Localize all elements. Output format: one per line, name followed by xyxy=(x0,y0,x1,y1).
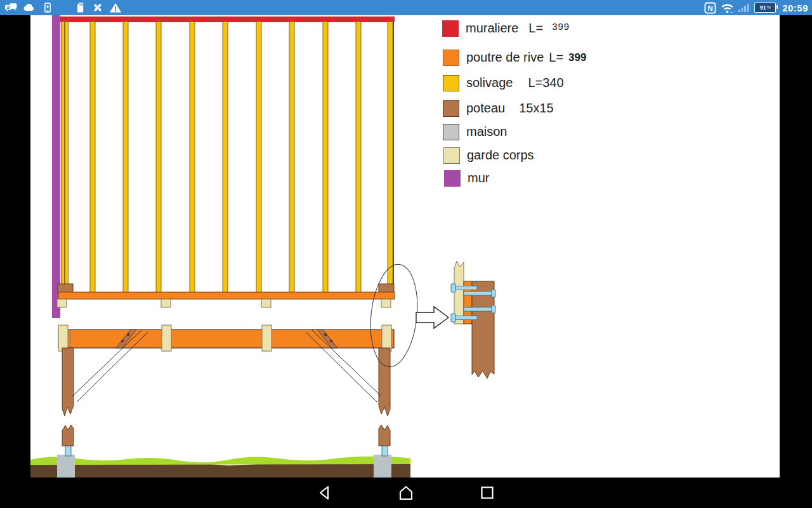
android-nav-bar xyxy=(0,478,812,508)
muraliere-swatch xyxy=(442,20,459,37)
legend-row-garde-corps: garde corps xyxy=(443,147,534,164)
legend-label: maison xyxy=(466,124,507,139)
bolted-connection-detail xyxy=(451,261,495,378)
legend-value: 399 xyxy=(552,21,570,32)
garde-corps-swatch xyxy=(443,147,460,164)
fan-icon xyxy=(91,2,104,13)
legend-label: poteau xyxy=(466,101,505,116)
mur-wall-strip xyxy=(52,15,60,318)
legend-dim: L=340 xyxy=(528,76,563,90)
wifi-icon xyxy=(721,2,734,14)
ground-and-footings xyxy=(30,425,410,478)
legend-label: muraliere xyxy=(466,21,518,36)
legend-dim: 15x15 xyxy=(519,101,554,116)
cloud-icon xyxy=(23,2,36,13)
solivage-joists xyxy=(62,22,394,293)
nfc-icon: N xyxy=(704,2,716,14)
battery-percent-symbol: % xyxy=(767,6,771,10)
poteau-swatch xyxy=(443,100,459,117)
battery-icon: 91 % xyxy=(754,3,776,13)
legend-label: mur xyxy=(468,171,489,185)
maison-swatch xyxy=(443,124,459,140)
clock: 20:59 xyxy=(782,3,808,13)
legend-row-poutre-de-rive: poutre de rive L= 399 xyxy=(443,49,586,66)
legend-dim: L= xyxy=(528,21,543,36)
deck-plan-drawing xyxy=(30,15,780,478)
poutre-de-rive-swatch xyxy=(443,50,459,66)
home-button[interactable] xyxy=(398,485,414,501)
legend-label: poutre de rive xyxy=(466,50,544,65)
legend-row-poteau: poteau 15x15 xyxy=(443,100,554,117)
legend-value: 399 xyxy=(568,51,586,64)
warning-icon xyxy=(109,2,122,13)
status-bar-right-icons: N 91 % 20:59 xyxy=(704,0,812,15)
legend-row-mur: mur xyxy=(444,170,489,187)
legend-row-maison: maison xyxy=(443,123,507,140)
legend-label: garde corps xyxy=(467,148,534,163)
callout-arrow-icon xyxy=(416,307,449,328)
sd-card-icon xyxy=(74,2,87,13)
drawing-canvas[interactable]: muraliere L= 399 poutre de rive L= 399 s… xyxy=(30,15,780,478)
back-button[interactable] xyxy=(317,485,333,501)
lower-frame-assembly xyxy=(58,325,394,416)
legend-row-muraliere: muraliere L= 399 xyxy=(442,20,570,37)
legend-row-solivage: solivage L=340 xyxy=(443,74,564,91)
poteau-left xyxy=(62,348,74,416)
legend-dim: L= xyxy=(549,50,563,65)
solivage-swatch xyxy=(443,75,459,91)
poteau-right xyxy=(379,348,390,416)
legend-label: solivage xyxy=(466,76,513,90)
mur-swatch xyxy=(444,170,461,187)
svg-text:N: N xyxy=(708,4,713,11)
status-bar[interactable]: N 91 % 20:59 xyxy=(0,0,812,15)
battery-percent: 91 xyxy=(760,5,766,11)
recents-button[interactable] xyxy=(479,485,495,501)
signal-icon xyxy=(738,2,750,13)
phone-icon xyxy=(41,2,54,13)
chat-icon xyxy=(5,2,18,13)
detail-callout xyxy=(366,262,449,370)
